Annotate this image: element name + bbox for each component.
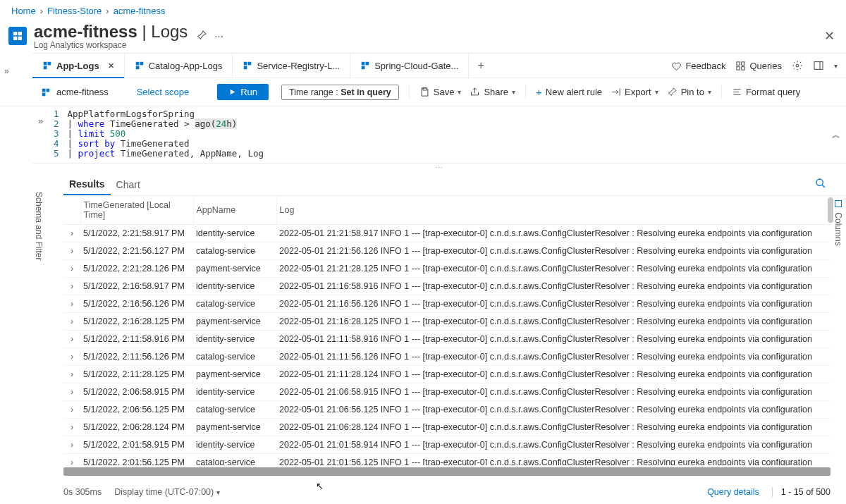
- expand-row-icon[interactable]: ›: [63, 401, 80, 419]
- table-row[interactable]: ›5/1/2022, 2:16:56.126 PMcatalog-service…: [63, 295, 830, 313]
- columns-rail[interactable]: Columns: [833, 200, 843, 246]
- expand-row-icon[interactable]: ›: [63, 295, 80, 313]
- more-icon[interactable]: ⋯: [214, 31, 223, 42]
- cell-appname: catalog-service: [193, 295, 276, 313]
- table-row[interactable]: ›5/1/2022, 2:01:58.915 PMidentity-servic…: [63, 436, 830, 454]
- svg-rect-8: [244, 66, 247, 70]
- schema-filter-rail[interactable]: Schema and Filter: [34, 192, 44, 260]
- query-toolbar: acme-fitness Select scope Run Time range…: [0, 78, 846, 106]
- pin-to-button[interactable]: Pin to▾: [667, 87, 711, 97]
- query-details-link[interactable]: Query details: [707, 487, 759, 497]
- table-row[interactable]: ›5/1/2022, 2:06:56.125 PMcatalog-service…: [63, 401, 830, 419]
- svg-rect-20: [47, 88, 50, 92]
- search-results-icon[interactable]: [815, 178, 826, 191]
- close-icon[interactable]: ✕: [824, 28, 835, 44]
- chevron-down-icon[interactable]: ▾: [834, 62, 838, 70]
- expand-left-icon[interactable]: »: [4, 66, 9, 76]
- close-tab-icon[interactable]: ✕: [108, 61, 114, 70]
- svg-rect-13: [742, 61, 744, 64]
- table-row[interactable]: ›5/1/2022, 2:11:56.126 PMcatalog-service…: [63, 348, 830, 366]
- col-time[interactable]: TimeGenerated [Local Time]: [80, 196, 193, 225]
- select-scope-link[interactable]: Select scope: [137, 87, 189, 97]
- expand-row-icon[interactable]: ›: [63, 383, 80, 401]
- cell-log: 2022-05-01 21:01:56.125 INFO 1 --- [trap…: [276, 454, 830, 466]
- expand-row-icon[interactable]: ›: [63, 278, 80, 295]
- expand-row-icon[interactable]: ›: [63, 419, 80, 436]
- breadcrumb-home[interactable]: Home: [11, 6, 36, 16]
- svg-rect-14: [737, 66, 740, 69]
- query-tab[interactable]: Catalog-App-Logs: [125, 54, 233, 78]
- cell-appname: payment-service: [193, 419, 276, 436]
- tab-results[interactable]: Results: [63, 173, 111, 195]
- save-button[interactable]: Save▾: [419, 87, 462, 97]
- svg-point-16: [796, 64, 799, 67]
- expand-row-icon[interactable]: ›: [63, 436, 80, 454]
- add-tab-button[interactable]: +: [469, 54, 492, 78]
- cell-time: 5/1/2022, 2:21:58.917 PM: [80, 225, 193, 242]
- queries-button[interactable]: Queries: [735, 61, 782, 71]
- table-row[interactable]: ›5/1/2022, 2:06:58.915 PMidentity-servic…: [63, 383, 830, 401]
- new-alert-button[interactable]: + New alert rule: [536, 86, 602, 98]
- query-tab[interactable]: Service-Registry-L...: [233, 54, 350, 78]
- results-footer: 0s 305ms Display time (UTC-07:00) ▾ Quer…: [63, 487, 830, 497]
- cell-appname: payment-service: [193, 366, 276, 383]
- export-button[interactable]: Export▾: [611, 87, 658, 97]
- columns-label: Columns: [833, 212, 843, 245]
- cell-appname: identity-service: [193, 331, 276, 348]
- expand-row-icon[interactable]: ›: [63, 348, 80, 366]
- cell-time: 5/1/2022, 2:16:58.917 PM: [80, 278, 193, 295]
- run-button[interactable]: Run: [217, 84, 269, 100]
- workspace-icon: [8, 27, 27, 45]
- expand-row-icon[interactable]: ›: [63, 454, 80, 466]
- expand-row-icon[interactable]: ›: [63, 366, 80, 383]
- expand-row-icon[interactable]: ›: [63, 331, 80, 348]
- settings-icon[interactable]: [792, 60, 803, 71]
- query-editor[interactable]: 12345 AppPlatformLogsforSpring| where Ti…: [32, 106, 846, 164]
- share-label: Share: [484, 87, 508, 97]
- query-tab[interactable]: App-Logs✕: [32, 54, 125, 78]
- results-table: TimeGenerated [Local Time] AppName Log ›…: [63, 196, 830, 465]
- table-row[interactable]: ›5/1/2022, 2:21:58.917 PMidentity-servic…: [63, 225, 830, 242]
- svg-rect-4: [140, 62, 143, 66]
- table-row[interactable]: ›5/1/2022, 2:21:28.126 PMpayment-service…: [63, 260, 830, 278]
- cell-appname: catalog-service: [193, 454, 276, 466]
- cell-time: 5/1/2022, 2:01:58.915 PM: [80, 436, 193, 454]
- tab-chart[interactable]: Chart: [111, 173, 146, 195]
- breadcrumb-current[interactable]: acme-fitness: [114, 6, 166, 16]
- tab-label: Catalog-App-Logs: [149, 61, 223, 71]
- col-appname[interactable]: AppName: [193, 196, 276, 225]
- horizontal-scrollbar[interactable]: [63, 467, 830, 476]
- table-row[interactable]: ›5/1/2022, 2:06:28.124 PMpayment-service…: [63, 419, 830, 436]
- expand-row-icon[interactable]: ›: [63, 242, 80, 260]
- time-range-selector[interactable]: Time range : Set in query: [281, 85, 399, 100]
- display-time-selector[interactable]: Display time (UTC-07:00) ▾: [114, 487, 220, 497]
- tab-icon: [360, 61, 370, 70]
- collapse-editor-icon[interactable]: ︽: [832, 129, 840, 141]
- expand-row-icon[interactable]: ›: [63, 313, 80, 331]
- share-button[interactable]: Share▾: [470, 87, 515, 97]
- scope-selector[interactable]: acme-fitness: [41, 87, 109, 97]
- expand-row-icon[interactable]: ›: [63, 225, 80, 242]
- tab-label: Service-Registry-L...: [257, 61, 340, 71]
- breadcrumb-store[interactable]: Fitness-Store: [47, 6, 102, 16]
- cell-time: 5/1/2022, 2:01:56.125 PM: [80, 454, 193, 466]
- table-row[interactable]: ›5/1/2022, 2:21:56.127 PMcatalog-service…: [63, 242, 830, 260]
- query-tab[interactable]: Spring-Cloud-Gate...: [350, 54, 469, 78]
- table-row[interactable]: ›5/1/2022, 2:01:56.125 PMcatalog-service…: [63, 454, 830, 466]
- splitter-handle[interactable]: ⋯: [32, 164, 846, 173]
- table-row[interactable]: ›5/1/2022, 2:16:28.125 PMpayment-service…: [63, 313, 830, 331]
- format-query-button[interactable]: Format query: [732, 87, 800, 97]
- expand-row-icon[interactable]: ›: [63, 260, 80, 278]
- table-row[interactable]: ›5/1/2022, 2:11:58.916 PMidentity-servic…: [63, 331, 830, 348]
- pin-icon[interactable]: [196, 30, 207, 43]
- table-row[interactable]: ›5/1/2022, 2:16:58.917 PMidentity-servic…: [63, 278, 830, 295]
- col-log[interactable]: Log: [276, 196, 830, 225]
- table-row[interactable]: ›5/1/2022, 2:11:28.125 PMpayment-service…: [63, 366, 830, 383]
- cell-log: 2022-05-01 21:11:28.124 INFO 1 --- [trap…: [276, 366, 830, 383]
- vertical-scrollbar[interactable]: [828, 197, 833, 223]
- feedback-button[interactable]: Feedback: [671, 61, 725, 71]
- result-tabs: Results Chart: [63, 173, 846, 196]
- cell-time: 5/1/2022, 2:21:56.127 PM: [80, 242, 193, 260]
- title-main: acme-fitness: [34, 22, 137, 41]
- panel-icon[interactable]: [813, 60, 824, 71]
